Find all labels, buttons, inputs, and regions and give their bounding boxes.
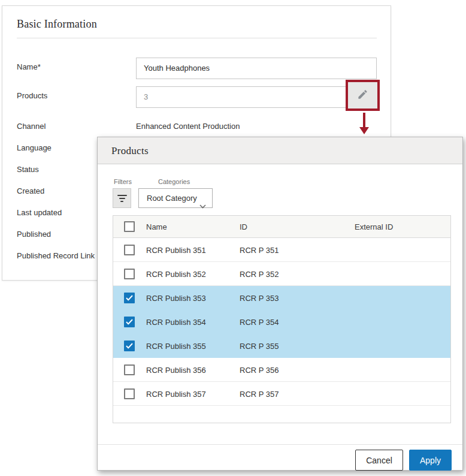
edit-products-button[interactable] — [348, 82, 377, 109]
checkmark-icon — [126, 343, 133, 349]
annotation-arrow-head — [359, 127, 369, 134]
products-modal: Products Filters Categories Root Categor… — [97, 137, 463, 471]
table-row[interactable]: RCR Publish 356 RCR P 356 — [113, 358, 450, 382]
products-label: Products — [17, 91, 47, 100]
row-checkbox-checked[interactable] — [124, 341, 135, 351]
row-checkbox-checked[interactable] — [124, 317, 135, 327]
table-row[interactable]: RCR Publish 357 RCR P 357 — [113, 382, 450, 406]
table-row-selected[interactable]: RCR Publish 354 RCR P 354 — [113, 310, 450, 334]
row-id: RCR P 354 — [240, 318, 279, 327]
filter-button[interactable] — [113, 188, 131, 208]
row-checkbox[interactable] — [124, 245, 135, 255]
column-header-name: Name — [146, 222, 167, 231]
name-field[interactable]: Youth Headphones — [136, 58, 377, 79]
categories-label: Categories — [158, 178, 190, 185]
row-id: RCR P 352 — [240, 269, 279, 278]
row-id: RCR P 351 — [240, 245, 279, 254]
checkmark-icon — [126, 319, 133, 325]
language-label: Language — [17, 143, 52, 152]
column-header-id: ID — [240, 222, 247, 231]
row-checkbox-checked[interactable] — [124, 293, 135, 303]
divider — [17, 38, 377, 38]
row-id: RCR P 353 — [240, 294, 279, 303]
select-all-checkbox[interactable] — [124, 221, 135, 232]
root-category-value: Root Category — [147, 194, 197, 203]
row-id: RCR P 357 — [240, 389, 279, 398]
root-category-dropdown[interactable]: Root Category — [138, 188, 213, 208]
published-label: Published — [17, 230, 51, 239]
published-record-link-label: Published Record Link — [17, 251, 95, 260]
chevron-down-icon — [199, 197, 206, 215]
last-updated-label: Last updated — [17, 208, 62, 217]
checkmark-icon — [126, 295, 133, 301]
status-label: Status — [17, 165, 39, 174]
row-checkbox[interactable] — [124, 388, 135, 399]
row-name: RCR Publish 356 — [146, 365, 206, 374]
footer-divider — [98, 444, 462, 445]
panel-title: Basic Information — [17, 18, 97, 31]
row-name: RCR Publish 351 — [146, 245, 206, 254]
channel-label: Channel — [17, 122, 46, 131]
annotation-highlight-box — [346, 80, 380, 111]
products-count-field[interactable]: 3 — [136, 86, 347, 108]
row-name: RCR Publish 357 — [146, 389, 206, 398]
row-name: RCR Publish 354 — [146, 318, 206, 327]
row-id: RCR P 355 — [240, 342, 279, 351]
table-row-selected[interactable]: RCR Publish 353 RCR P 353 — [113, 286, 450, 310]
row-checkbox[interactable] — [124, 269, 135, 279]
table-header-row: Name ID External ID — [113, 216, 450, 238]
filters-label: Filters — [114, 178, 132, 185]
filter-icon — [117, 195, 127, 202]
modal-header: Products — [98, 137, 462, 164]
annotation-arrow — [363, 113, 365, 128]
modal-title: Products — [111, 145, 149, 157]
table-row[interactable]: RCR Publish 351 RCR P 351 — [113, 238, 450, 262]
row-id: RCR P 356 — [240, 365, 279, 374]
name-label: Name* — [17, 62, 41, 71]
row-name: RCR Publish 352 — [146, 269, 206, 278]
pencil-icon — [357, 89, 368, 103]
column-header-external-id: External ID — [355, 222, 393, 231]
row-checkbox[interactable] — [124, 364, 135, 375]
row-name: RCR Publish 353 — [146, 294, 206, 303]
row-name: RCR Publish 355 — [146, 342, 206, 351]
created-label: Created — [17, 186, 44, 195]
channel-value: Enhanced Content Production — [136, 122, 240, 131]
table-row[interactable]: RCR Publish 352 RCR P 352 — [113, 262, 450, 286]
table-row-selected[interactable]: RCR Publish 355 RCR P 355 — [113, 334, 450, 358]
cancel-button[interactable]: Cancel — [355, 450, 403, 471]
products-table: Name ID External ID RCR Publish 351 RCR … — [113, 215, 451, 423]
apply-button[interactable]: Apply — [409, 450, 452, 471]
